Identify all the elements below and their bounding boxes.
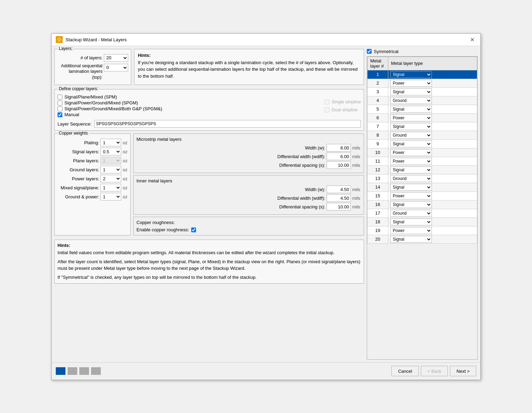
- table-row[interactable]: 10SignalPowerGroundMixedPlane: [367, 148, 477, 157]
- layer-type-select[interactable]: SignalPowerGroundMixedPlane: [390, 132, 432, 139]
- inner-metal-group: Inner metal layers Width (w): 4.50 mils …: [133, 175, 364, 215]
- table-row[interactable]: 9SignalPowerGroundMixedPlane: [367, 139, 477, 148]
- table-row[interactable]: 2SignalPowerGroundMixedPlane: [367, 79, 477, 87]
- mixed-select[interactable]: 12: [100, 184, 121, 191]
- layer-type-select[interactable]: SignalPowerGroundMixedPlane: [390, 218, 432, 225]
- plane-layers-label: Plane layers:: [57, 158, 99, 163]
- signal-layers-row: Signal layers: 0.51 oz: [57, 148, 127, 155]
- layer-type-select[interactable]: SignalPowerGroundMixedPlane: [390, 166, 432, 173]
- ms-width-input[interactable]: 8.00: [327, 144, 351, 152]
- ms-diff-spacing-label: Differential spacing (s):: [136, 163, 325, 168]
- sequence-input[interactable]: SPSGSPSGSPPSGSPSGPSPS: [94, 120, 361, 128]
- layer-num-cell: 3: [367, 87, 388, 96]
- back-button[interactable]: < Back: [421, 366, 448, 376]
- table-row[interactable]: 18SignalPowerGroundMixedPlane: [367, 217, 477, 226]
- ms-width-unit: mils: [352, 145, 361, 150]
- layer-type-select[interactable]: SignalPowerGroundMixedPlane: [390, 114, 432, 121]
- layer-type-select[interactable]: SignalPowerGroundMixedPlane: [390, 236, 432, 243]
- plating-select[interactable]: 12: [100, 139, 121, 146]
- layer-type-select[interactable]: SignalPowerGroundMixedPlane: [390, 210, 432, 217]
- plating-label: Plating:: [57, 140, 99, 145]
- enable-roughness-label: Enable copper roughness:: [136, 227, 189, 232]
- table-row[interactable]: 7SignalPowerGroundMixedPlane: [367, 122, 477, 131]
- table-row[interactable]: 5SignalPowerGroundMixedPlane: [367, 105, 477, 113]
- ms-diff-spacing-input[interactable]: 10.00: [327, 161, 351, 169]
- table-row[interactable]: 15SignalPowerGroundMixedPlane: [367, 191, 477, 200]
- table-row[interactable]: 20SignalPowerGroundMixedPlane: [367, 235, 477, 243]
- layer-num-cell: 19: [367, 226, 388, 235]
- enable-roughness-checkbox[interactable]: [191, 227, 196, 232]
- table-row[interactable]: 6SignalPowerGroundMixedPlane: [367, 113, 477, 122]
- table-row[interactable]: 12SignalPowerGroundMixedPlane: [367, 165, 477, 174]
- next-button[interactable]: Next >: [450, 366, 476, 376]
- layer-type-cell: SignalPowerGroundMixedPlane: [388, 96, 477, 105]
- step-dot-3: [79, 367, 89, 375]
- table-row[interactable]: 17SignalPowerGroundMixedPlane: [367, 209, 477, 217]
- layer-type-select[interactable]: SignalPowerGroundMixedPlane: [390, 158, 432, 165]
- spgm-checkbox[interactable]: [57, 101, 62, 105]
- add-seq-row: Additional sequentiallamination layers (…: [57, 63, 128, 81]
- table-row[interactable]: 4SignalPowerGroundMixedPlane: [367, 96, 477, 105]
- power-oz: oz: [123, 176, 127, 181]
- power-layers-select[interactable]: 21: [100, 175, 121, 182]
- manual-label: Manual: [64, 112, 79, 117]
- ground-oz: oz: [123, 167, 127, 172]
- inner-diff-spacing-input[interactable]: 10.00: [327, 203, 351, 210]
- dual-stripline-label: Dual stripline: [331, 107, 357, 112]
- table-row[interactable]: 8SignalPowerGroundMixedPlane: [367, 131, 477, 139]
- dual-stripline-row: Dual stripline: [325, 107, 361, 112]
- manual-checkbox[interactable]: [57, 112, 62, 117]
- layer-type-cell: SignalPowerGroundMixedPlane: [388, 191, 477, 200]
- spgm-both-checkbox[interactable]: [57, 106, 62, 111]
- ms-width-row: Width (w): 8.00 mils: [136, 144, 361, 152]
- spgm-row: Signal/Power/Ground/Mixed (SPGM): [57, 100, 318, 105]
- microstrip-inner-panel: Microstrip metal layers Width (w): 8.00 …: [133, 134, 364, 235]
- gp-select[interactable]: 12: [100, 193, 121, 200]
- table-row[interactable]: 11SignalPowerGroundMixedPlane: [367, 157, 477, 165]
- layer-num-cell: 17: [367, 209, 388, 217]
- table-row[interactable]: 19SignalPowerGroundMixedPlane: [367, 226, 477, 235]
- layer-type-select[interactable]: SignalPowerGroundMixedPlane: [390, 97, 432, 104]
- layer-type-cell: SignalPowerGroundMixedPlane: [388, 122, 477, 131]
- add-seq-select[interactable]: 012: [104, 64, 128, 71]
- table-row[interactable]: 16SignalPowerGroundMixedPlane: [367, 200, 477, 209]
- ms-diff-width-label: Differential width (wdiff):: [136, 154, 325, 159]
- ms-diff-width-input[interactable]: 6.00: [327, 153, 351, 160]
- layer-type-select[interactable]: SignalPowerGroundMixedPlane: [390, 88, 432, 95]
- ground-layers-label: Ground layers:: [57, 167, 99, 172]
- layer-type-select[interactable]: SignalPowerGroundMixedPlane: [390, 201, 432, 208]
- plane-oz: oz: [123, 158, 127, 163]
- layer-type-select[interactable]: SignalPowerGroundMixedPlane: [390, 192, 432, 199]
- layer-type-select[interactable]: SignalPowerGroundMixedPlane: [390, 184, 432, 191]
- cancel-button[interactable]: Cancel: [391, 366, 418, 376]
- mixed-label: Mixed signal/plane:: [57, 185, 99, 190]
- inner-width-input[interactable]: 4.50: [327, 186, 351, 193]
- inner-width-unit: mils: [352, 187, 361, 192]
- dual-stripline-checkbox: [325, 107, 329, 112]
- table-row[interactable]: 13SignalPowerGroundMixedPlane: [367, 174, 477, 183]
- symmetrical-checkbox[interactable]: [367, 49, 372, 54]
- layer-type-select[interactable]: SignalPowerGroundMixedPlane: [390, 123, 432, 130]
- ms-diff-width-unit: mils: [352, 154, 361, 159]
- table-row[interactable]: 14SignalPowerGroundMixedPlane: [367, 183, 477, 191]
- spm-checkbox[interactable]: [57, 95, 62, 100]
- table-row[interactable]: 1SignalPowerGroundMixedPlane: [367, 70, 477, 79]
- close-button[interactable]: ✕: [468, 35, 476, 44]
- ms-width-label: Width (w):: [136, 145, 325, 150]
- table-row[interactable]: 3SignalPowerGroundMixedPlane: [367, 87, 477, 96]
- num-layers-select[interactable]: 2024681012141618: [104, 54, 128, 62]
- symmetrical-row: Symmetrical: [367, 49, 478, 54]
- ground-layers-select[interactable]: 12: [100, 166, 121, 173]
- layer-type-select[interactable]: SignalPowerGroundMixedPlane: [390, 80, 432, 87]
- layer-type-select[interactable]: SignalPowerGroundMixedPlane: [390, 175, 432, 182]
- power-layers-label: Power layers:: [57, 176, 99, 181]
- layer-type-cell: SignalPowerGroundMixedPlane: [388, 235, 477, 243]
- layer-type-select[interactable]: SignalPowerGroundMixedPlane: [390, 227, 432, 234]
- layer-type-select[interactable]: SignalPowerGroundMixedPlane: [390, 106, 432, 113]
- layer-type-select[interactable]: SignalPowerGroundMixedPlane: [390, 140, 432, 147]
- layer-type-select[interactable]: SignalPowerGroundMixedPlane: [390, 149, 432, 156]
- layer-type-select[interactable]: SignalPowerGroundMixedPlane: [390, 71, 432, 78]
- signal-layers-select[interactable]: 0.51: [100, 148, 121, 155]
- inner-diff-width-input[interactable]: 4.50: [327, 194, 351, 202]
- manual-row: Manual: [57, 112, 318, 117]
